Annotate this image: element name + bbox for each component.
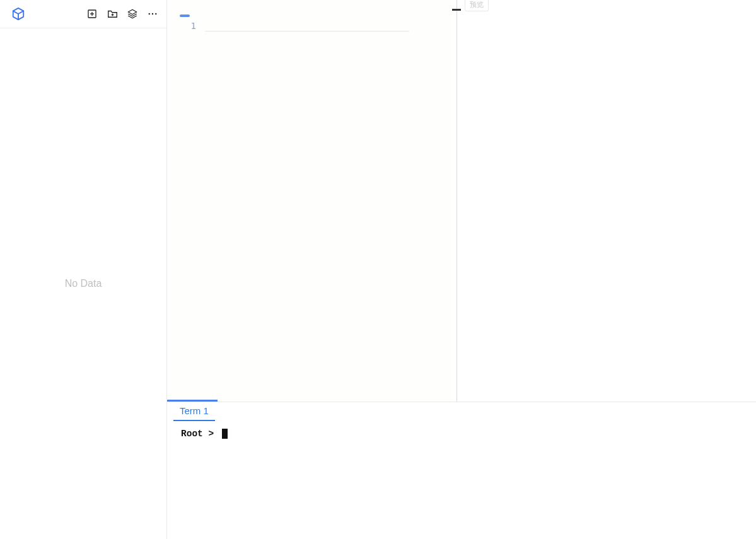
vertical-splitter[interactable] [452,0,461,402]
main-area: 1 预览 Term 1 Ro [167,0,756,539]
no-data-label: No Data [65,278,102,289]
svg-point-7 [152,13,153,14]
svg-point-6 [149,13,150,14]
terminal-tab[interactable]: Term 1 [173,403,215,421]
more-icon[interactable] [146,8,159,20]
svg-marker-5 [128,9,137,14]
work-row: 1 预览 [167,0,756,402]
editor-body[interactable]: 1 [167,17,452,402]
app-root: No Data 1 [0,0,756,539]
new-file-icon[interactable] [86,8,98,20]
line-number: 1 [167,21,196,31]
active-line-underline [205,31,409,32]
editor-gutter: 1 [167,17,205,402]
terminal-panel: Term 1 Root > [167,402,756,539]
terminal-prompt: Root > [181,429,219,439]
terminal-body[interactable]: Root > [167,421,756,539]
svg-point-8 [155,13,156,14]
sidebar: No Data [0,0,167,539]
sidebar-header [0,0,166,28]
editor-bottom-indicator [167,400,218,402]
editor-column: 1 [167,0,452,402]
sidebar-actions [86,8,159,20]
layers-icon[interactable] [126,8,139,20]
terminal-tab-bar: Term 1 [167,402,756,421]
app-logo-icon [11,7,25,21]
preview-column: 预览 [461,0,756,402]
new-folder-icon[interactable] [106,8,119,20]
editor-tab-bar [167,0,452,17]
preview-button[interactable]: 预览 [465,0,489,11]
code-area[interactable] [205,17,452,402]
terminal-cursor [222,429,228,439]
splitter-handle-icon[interactable] [452,9,461,11]
sidebar-empty-state: No Data [0,28,166,539]
